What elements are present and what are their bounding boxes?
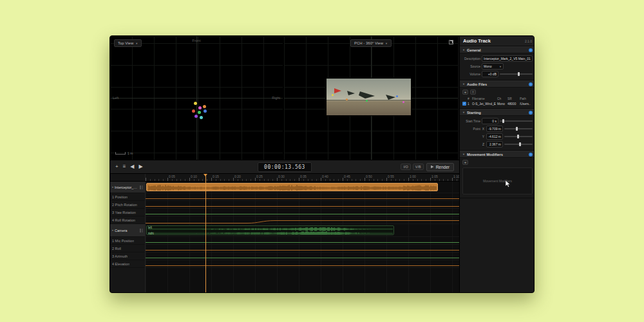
track-lane[interactable] (146, 209, 459, 216)
ruler-tick (238, 179, 238, 181)
audio-region[interactable]: leftright (146, 225, 394, 235)
info-icon[interactable]: i (529, 82, 533, 86)
collapse-triangle-icon[interactable]: ▼ (462, 48, 465, 52)
description-input[interactable]: Interceptor_Mark_2_V5 Main_01 (482, 55, 533, 62)
skip-back-button[interactable]: ◀ (130, 164, 134, 169)
collapse-triangle-icon[interactable]: ▼ (462, 111, 465, 114)
view-selector-360[interactable]: PCH - 360° View ▼ (350, 39, 392, 47)
chevron-down-icon: ▼ (499, 65, 502, 68)
particle-dot[interactable] (396, 95, 398, 97)
section-starting-header[interactable]: ▼ Starting i (460, 109, 535, 116)
track-lane[interactable] (146, 237, 459, 245)
info-icon[interactable]: i (529, 48, 533, 52)
info-icon[interactable]: i (529, 111, 533, 115)
source-select[interactable]: Mono ▼ (482, 63, 504, 70)
point-value[interactable]: -4.612 m (486, 133, 503, 140)
track-lane[interactable] (146, 201, 459, 209)
viewport-top-view[interactable]: Top View ▼ Front Left Right 1 m (110, 36, 284, 160)
fullscreen-icon[interactable] (449, 40, 453, 44)
track-header[interactable]: 4 Elevation (110, 260, 145, 268)
section-starting-label: Starting (467, 111, 481, 115)
point-value[interactable]: -9.709 m (486, 126, 503, 132)
track-lanes[interactable]: leftright (146, 182, 459, 292)
track-lane[interactable] (146, 216, 459, 224)
file-checkbox[interactable]: ✓ (462, 102, 466, 106)
particle-dot[interactable] (198, 111, 201, 114)
add-audio-file-button[interactable]: + (462, 90, 468, 95)
point-slider[interactable] (504, 136, 533, 137)
track-header[interactable]: 1 Position (110, 193, 145, 201)
section-general-header[interactable]: ▼ General i (460, 46, 535, 53)
audio-region[interactable] (146, 183, 438, 191)
ruler-tick (404, 179, 404, 181)
timeline-ruler[interactable]: 0:050:100:150:200:250:300:350:400:450:50… (146, 174, 459, 181)
track-lane[interactable] (146, 260, 459, 268)
add-movement-modifier-button[interactable]: + (462, 160, 468, 165)
panel-version: 2.1.0 (525, 39, 532, 43)
particle-dot[interactable] (332, 94, 334, 96)
source-value: Mono (484, 64, 492, 68)
section-movement-header[interactable]: ▼ Movement Modifiers i (460, 151, 535, 158)
add-track-button[interactable]: + (115, 164, 118, 169)
track-header[interactable]: 2 Roll (110, 245, 145, 252)
start-time-value[interactable]: 0 s (482, 118, 498, 124)
automation-line[interactable] (146, 261, 459, 269)
particle-dot[interactable] (366, 100, 368, 102)
particle-dot[interactable] (402, 101, 404, 103)
playhead[interactable] (205, 174, 206, 292)
track-header[interactable]: 3 Yaw Rotation (110, 209, 145, 216)
track-header[interactable]: 2 Pitch Rotation (110, 201, 145, 209)
viewport-360-view[interactable]: PCH - 360° View ▼ (284, 36, 458, 160)
point-value[interactable]: 2.367 m (486, 141, 503, 147)
ruler-tick (286, 179, 287, 181)
track-lane[interactable] (146, 182, 459, 193)
toggle-io[interactable]: I/O (401, 164, 410, 170)
volume-value[interactable]: +0 dB (482, 71, 498, 77)
ruler-tick (176, 179, 177, 181)
play-button[interactable]: ▶ (139, 164, 143, 169)
track-header[interactable]: 4 Roll Rotation (110, 216, 145, 224)
particle-dot[interactable] (198, 106, 202, 109)
view-selector-top[interactable]: Top View ▼ (114, 39, 142, 47)
point-row: Y-4.612 m (460, 133, 535, 140)
particle-dot[interactable] (194, 102, 197, 105)
video-preview[interactable] (326, 78, 412, 116)
section-audio-files-header[interactable]: ▼ Audio Files i (460, 80, 535, 88)
import-audio-file-button[interactable]: ↑ (470, 90, 476, 95)
particle-dot[interactable] (194, 115, 198, 118)
track-lane[interactable] (146, 245, 459, 252)
particle-dot[interactable] (203, 105, 206, 108)
collapse-triangle-icon[interactable]: ▼ (462, 82, 465, 86)
track-header-group[interactable]: ▾Camera (110, 224, 145, 237)
start-time-slider[interactable] (500, 120, 533, 122)
audio-file-row[interactable]: ✓1O-S_Jet_Wind_ExMono48000/Users.. (462, 101, 533, 106)
ruler-label: 0:20 (234, 175, 241, 178)
render-button[interactable]: Render (426, 163, 454, 171)
movement-modifiers-empty[interactable]: Movement Modifiers (462, 167, 533, 194)
disclosure-icon[interactable]: ▾ (112, 229, 113, 232)
track-list-button[interactable]: ≡ (123, 164, 126, 169)
info-icon[interactable]: i (529, 153, 533, 156)
disclosure-icon[interactable]: ▾ (112, 185, 113, 189)
slider-knob[interactable] (518, 72, 520, 76)
collapse-triangle-icon[interactable]: ▼ (462, 153, 465, 156)
particle-dot[interactable] (192, 109, 195, 113)
slider-knob[interactable] (516, 127, 518, 131)
track-header-group[interactable]: ▾Interceptor_Mark_2_V5 (110, 182, 145, 193)
volume-slider[interactable] (500, 73, 533, 75)
track-lane[interactable] (146, 193, 459, 201)
transport-right: I/OV/B Render (401, 163, 454, 171)
track-header[interactable]: 1 Mic Position (110, 237, 145, 245)
slider-knob[interactable] (517, 135, 519, 138)
point-slider[interactable] (504, 128, 533, 129)
slider-knob[interactable] (502, 119, 504, 123)
track-lane[interactable]: leftright (146, 224, 459, 237)
track-header[interactable]: 3 Azimuth (110, 252, 145, 260)
slider-knob[interactable] (519, 142, 521, 146)
track-lane[interactable] (146, 252, 459, 260)
particle-dot[interactable] (204, 109, 207, 113)
particle-dot[interactable] (200, 116, 203, 119)
particle-dot[interactable] (346, 99, 348, 100)
point-slider[interactable] (504, 144, 533, 145)
toggle-vb[interactable]: V/B (413, 164, 424, 170)
